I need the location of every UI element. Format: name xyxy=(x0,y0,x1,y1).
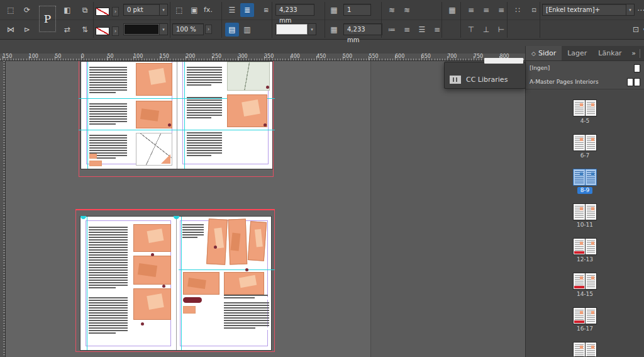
auto-fit-icon[interactable]: ⊞ xyxy=(259,3,273,17)
structure-icon[interactable]: ⧉ xyxy=(78,3,92,17)
panel-overflow-icon[interactable]: » xyxy=(631,49,636,57)
effects-button[interactable]: fx. xyxy=(204,6,213,14)
illustration-peach[interactable] xyxy=(136,101,172,128)
page-spread-next[interactable] xyxy=(573,342,597,356)
spread-bottom-pages[interactable] xyxy=(80,216,272,351)
fill-options-button[interactable]: › xyxy=(112,26,119,36)
distribute-top-icon[interactable]: ⊤ xyxy=(464,23,478,37)
page-thumbnail[interactable] xyxy=(585,273,597,290)
distribute-left-icon[interactable]: ⊢ xyxy=(494,23,508,37)
text-block[interactable] xyxy=(224,295,268,300)
align-left-icon[interactable]: ☰ xyxy=(225,3,239,17)
color-swatch[interactable] xyxy=(183,306,196,314)
page-thumbnail[interactable] xyxy=(573,238,585,255)
illustration-peach[interactable] xyxy=(133,288,171,320)
text-wrap-alt-icon[interactable]: ≋ xyxy=(400,3,414,17)
tab-lager[interactable]: Lager xyxy=(562,46,592,60)
more-options-icon[interactable]: ∷ xyxy=(511,3,525,17)
illustration-lineart[interactable] xyxy=(136,133,172,166)
object-style-field[interactable]: [Enkel textram]+ xyxy=(542,4,626,16)
page-thumbnail[interactable] xyxy=(585,99,597,116)
page-spread-10-11[interactable]: 10-11 xyxy=(573,203,597,229)
columns-field[interactable]: 1 xyxy=(343,4,371,16)
swap-horizontal-icon[interactable]: ⇄ xyxy=(60,23,74,37)
text-block[interactable] xyxy=(187,67,222,87)
illustration-green[interactable] xyxy=(227,62,270,91)
align-left2-icon[interactable]: ☰ xyxy=(415,23,429,37)
master-row[interactable]: A-Master Pages Interiors xyxy=(526,75,644,89)
spread-thumbnail[interactable] xyxy=(573,134,597,151)
text-wrap-icon[interactable]: ≋ xyxy=(385,3,399,17)
object-style-icon[interactable]: ⊡ xyxy=(527,3,541,17)
text-block[interactable] xyxy=(89,103,127,125)
cc-libraries-popup[interactable]: CC Libraries xyxy=(444,62,526,89)
text-columns-icon[interactable]: ▤ xyxy=(225,23,239,37)
align-top-icon[interactable]: ≡ xyxy=(464,3,478,17)
spread-top[interactable] xyxy=(79,61,274,177)
text-block[interactable] xyxy=(187,97,222,120)
pattern-piece[interactable] xyxy=(224,272,264,295)
zoom-button[interactable]: › xyxy=(205,25,212,34)
page-thumbnail[interactable] xyxy=(573,134,585,151)
stroke-weight-field[interactable]: 0 pkt xyxy=(123,4,160,16)
page-spread-6-7[interactable]: 6-7 xyxy=(573,134,597,159)
spread-thumbnail[interactable] xyxy=(573,238,597,255)
fill-color-combo[interactable] xyxy=(275,23,308,35)
justify-icon[interactable]: ≣ xyxy=(240,3,254,17)
tab-länkar[interactable]: Länkar xyxy=(592,46,627,60)
stroke-weight-dropdown[interactable]: ▾ xyxy=(160,4,168,16)
stroke-none-swatch[interactable] xyxy=(96,8,109,16)
x-position-field[interactable]: 4,233 mm xyxy=(275,4,314,16)
text-block[interactable] xyxy=(224,302,269,330)
tab-sidor[interactable]: ◇Sidor xyxy=(526,46,562,60)
swap-vertical-icon[interactable]: ⇅ xyxy=(78,23,92,37)
dragged-panel-tab[interactable] xyxy=(484,58,523,64)
distribute-bottom-icon[interactable]: ⊥ xyxy=(479,23,493,37)
fill-none-swatch[interactable] xyxy=(96,27,109,35)
fit-frame-icon[interactable]: ⬚ xyxy=(172,3,186,17)
toolbar-overflow-icon[interactable]: ⋯ xyxy=(634,3,644,17)
page-thumbnail[interactable] xyxy=(573,342,585,356)
fill-frame-icon[interactable]: ▣ xyxy=(187,3,201,17)
direction-icon[interactable]: ⊳ xyxy=(20,23,34,37)
page-spread-16-17[interactable]: 16-17 xyxy=(573,307,597,332)
page-thumbnail[interactable] xyxy=(573,273,585,290)
page-thumbnail[interactable] xyxy=(573,203,585,220)
columns-icon[interactable]: ▦ xyxy=(327,3,341,17)
page-thumbnail[interactable] xyxy=(585,169,597,186)
grid-icon[interactable]: ▦ xyxy=(327,23,341,37)
pattern-piece[interactable] xyxy=(206,218,228,264)
spread-thumbnail[interactable] xyxy=(573,342,597,356)
align-center-icon[interactable]: ≡ xyxy=(479,3,493,17)
list-icon[interactable]: ≔ xyxy=(385,23,399,37)
spread-top-pages[interactable] xyxy=(80,61,273,169)
zoom-field[interactable]: 100 % xyxy=(172,23,204,35)
page-spread-4-5[interactable]: 4-5 xyxy=(573,99,597,125)
vertical-ruler[interactable] xyxy=(0,61,6,357)
color-swatch[interactable] xyxy=(89,161,102,166)
pattern-piece[interactable] xyxy=(183,272,219,295)
text-block[interactable] xyxy=(89,67,127,93)
toolbar-menu-icon[interactable]: ▾ xyxy=(638,23,644,37)
spread-bottom[interactable] xyxy=(75,209,275,352)
page-thumbnail[interactable] xyxy=(585,238,597,255)
page-spread-12-13[interactable]: 12-13 xyxy=(573,238,597,263)
pattern-piece[interactable] xyxy=(248,221,267,261)
page-thumbnail[interactable] xyxy=(585,134,597,151)
illustration-peach[interactable] xyxy=(227,94,267,127)
text-block[interactable] xyxy=(187,132,222,157)
align-bottom-icon[interactable]: ≡ xyxy=(494,3,508,17)
page-thumbnail[interactable] xyxy=(573,307,585,324)
page-thumbnail[interactable] xyxy=(573,99,585,116)
paragraph-icon[interactable]: ≡ xyxy=(400,23,414,37)
page-spread-8-9[interactable]: 8-9 xyxy=(573,169,597,194)
spread-thumbnail[interactable] xyxy=(573,99,597,116)
spread-thumbnail[interactable] xyxy=(573,203,597,220)
spread-thumbnail[interactable] xyxy=(573,169,597,186)
page-thumbnail[interactable] xyxy=(585,307,597,324)
color-swatch[interactable] xyxy=(89,154,97,159)
flip-icon[interactable]: ◧ xyxy=(60,3,74,17)
illustration-peach[interactable] xyxy=(136,63,172,96)
spread-thumbnail[interactable] xyxy=(573,307,597,324)
y-position-field[interactable]: 4,233 mm xyxy=(343,23,382,35)
